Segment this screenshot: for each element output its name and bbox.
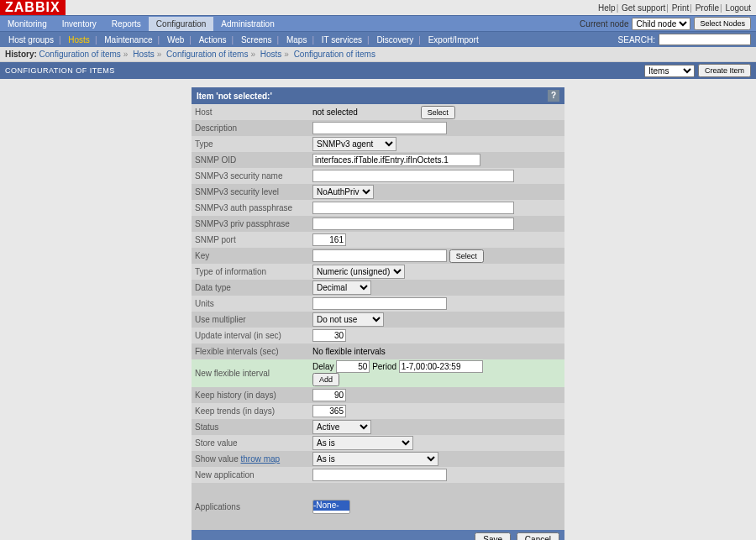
top-links: Help| Get support| Print| Profile| Logou…	[598, 3, 756, 13]
label-priv-pass: SNMPv3 priv passphrase	[192, 216, 309, 232]
description-input[interactable]	[312, 122, 447, 134]
search: SEARCH:	[618, 34, 751, 45]
select-nodes-button[interactable]	[694, 17, 751, 30]
node-selector: Current node Child node	[580, 17, 756, 30]
subnav-screens[interactable]: Screens	[241, 35, 272, 45]
units-input[interactable]	[312, 297, 447, 310]
apps-select[interactable]: -None-	[312, 500, 350, 514]
tab-inventory[interactable]: Inventory	[55, 17, 104, 31]
subnav-exportimport[interactable]: Export/Import	[428, 35, 479, 45]
label-new-flex: New flexible interval	[192, 359, 309, 387]
status-select[interactable]: Active	[312, 420, 371, 434]
flex-period-input[interactable]	[399, 360, 483, 373]
multiplier-select[interactable]: Do not use	[312, 312, 384, 327]
label-store: Store value	[192, 435, 309, 451]
label-type-info: Type of information	[192, 264, 309, 280]
help-link[interactable]: Help	[598, 3, 616, 13]
form-buttons	[192, 530, 564, 540]
subnav-web[interactable]: Web	[167, 35, 184, 45]
history-crumb[interactable]: Configuration of items	[39, 50, 121, 59]
current-node-label: Current node	[580, 19, 628, 29]
new-app-input[interactable]	[312, 469, 447, 481]
host-value: not selected	[312, 107, 418, 117]
toolbar-select[interactable]: Items	[644, 65, 695, 77]
subnav-maintenance[interactable]: Maintenance	[104, 35, 152, 45]
label-snmp-port: SNMP port	[192, 232, 309, 248]
tab-reports[interactable]: Reports	[104, 17, 149, 31]
label-keep-hist: Keep history (in days)	[192, 387, 309, 403]
key-input[interactable]	[312, 249, 447, 262]
store-select[interactable]: As is	[312, 436, 413, 450]
throw-map-link[interactable]: throw map	[240, 454, 280, 464]
cancel-button[interactable]	[517, 532, 559, 540]
form-title: Item 'not selected:'	[197, 92, 272, 101]
snmp-port-input[interactable]	[312, 233, 346, 246]
label-sec-name: SNMPv3 security name	[192, 168, 309, 184]
label-data-type: Data type	[192, 280, 309, 296]
history-crumb[interactable]: Configuration of items	[294, 50, 375, 59]
label-new-app: New application	[192, 467, 309, 483]
keep-trends-input[interactable]	[312, 405, 346, 417]
sec-name-input[interactable]	[312, 170, 514, 182]
item-form: Host not selected Description Type SNMPv…	[192, 104, 564, 530]
support-link[interactable]: Get support	[622, 3, 665, 13]
main-tabs: Monitoring Inventory Reports Configurati…	[0, 17, 282, 31]
subnav-hosts[interactable]: Hosts	[68, 35, 90, 45]
snmp-oid-input[interactable]	[312, 154, 480, 166]
show-value-select[interactable]: As is	[312, 452, 438, 466]
label-auth-pass: SNMPv3 auth passphrase	[192, 200, 309, 216]
label-multiplier: Use multiplier	[192, 312, 309, 328]
tab-monitoring[interactable]: Monitoring	[0, 17, 55, 31]
key-select-button[interactable]	[449, 249, 484, 263]
label-flex-int: Flexible intervals (sec)	[192, 343, 309, 359]
label-show-value: Show value throw map	[192, 451, 309, 467]
add-flex-button[interactable]	[312, 373, 339, 386]
history-crumb[interactable]: Configuration of items	[166, 50, 248, 59]
label-sec-level: SNMPv3 security level	[192, 184, 309, 200]
tab-configuration[interactable]: Configuration	[149, 17, 213, 31]
data-type-select[interactable]: Decimal	[312, 280, 371, 295]
print-link[interactable]: Print	[672, 3, 690, 13]
save-button[interactable]	[475, 532, 511, 540]
label-snmp-oid: SNMP OID	[192, 152, 309, 168]
label-host: Host	[192, 104, 309, 120]
subnav-itservices[interactable]: IT services	[322, 35, 362, 45]
history-crumb[interactable]: Hosts	[260, 50, 282, 59]
label-apps: Applications	[192, 483, 309, 530]
delay-label: Delay	[312, 362, 334, 371]
history: History: Configuration of items» Hosts» …	[0, 47, 756, 62]
keep-hist-input[interactable]	[312, 389, 346, 401]
priv-pass-input[interactable]	[312, 218, 514, 230]
subnav-actions[interactable]: Actions	[199, 35, 227, 45]
label-description: Description	[192, 120, 309, 136]
tab-administration[interactable]: Administration	[213, 17, 281, 31]
sec-level-select[interactable]: NoAuthPriv	[312, 185, 374, 199]
label-units: Units	[192, 296, 309, 312]
period-label: Period	[372, 362, 396, 371]
profile-link[interactable]: Profile	[696, 3, 719, 13]
history-label: History:	[5, 50, 37, 59]
label-type: Type	[192, 136, 309, 152]
subnav-maps[interactable]: Maps	[286, 35, 307, 45]
search-label: SEARCH:	[618, 35, 655, 45]
flex-delay-input[interactable]	[336, 360, 370, 373]
node-select[interactable]: Child node	[632, 18, 690, 30]
auth-pass-input[interactable]	[312, 202, 514, 214]
logout-link[interactable]: Logout	[725, 3, 751, 13]
update-int-input[interactable]	[312, 329, 346, 342]
subnav-discovery[interactable]: Discovery	[376, 35, 413, 45]
logo[interactable]: ZABBIX	[0, 0, 66, 15]
create-item-button[interactable]	[698, 64, 751, 77]
help-icon[interactable]: ?	[548, 90, 559, 102]
label-status: Status	[192, 419, 309, 435]
host-select-button[interactable]	[421, 106, 455, 119]
label-key: Key	[192, 248, 309, 264]
history-crumb[interactable]: Hosts	[133, 50, 155, 59]
subnav-hostgroups[interactable]: Host groups	[8, 35, 54, 45]
page-title: CONFIGURATION OF ITEMS	[5, 66, 115, 75]
label-keep-trends: Keep trends (in days)	[192, 403, 309, 419]
type-info-select[interactable]: Numeric (unsigned)	[312, 265, 405, 279]
subnav: Host groups| Hosts| Maintenance| Web| Ac…	[5, 35, 482, 45]
search-input[interactable]	[659, 34, 751, 45]
type-select[interactable]: SNMPv3 agent	[312, 137, 396, 151]
